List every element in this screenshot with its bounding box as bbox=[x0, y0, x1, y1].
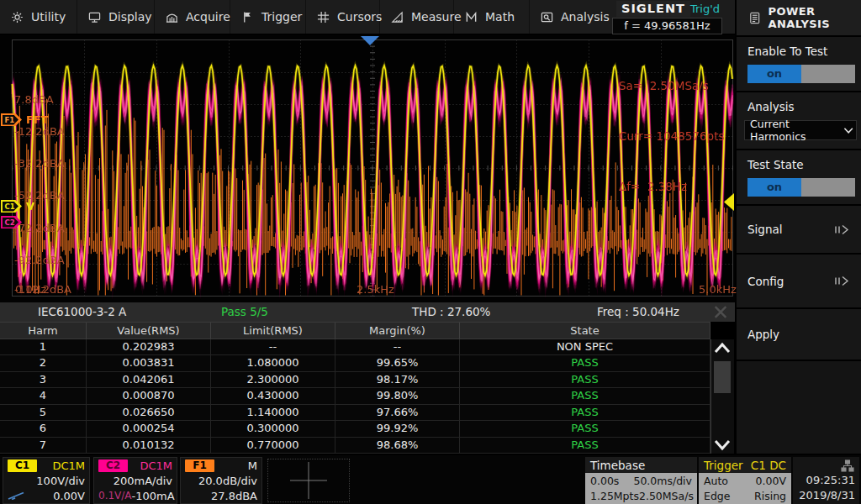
trigger-source: C1 DC bbox=[751, 459, 786, 472]
table-row[interactable]: 10.202983----NON SPEC bbox=[0, 339, 710, 355]
signal-menu-item[interactable]: Signal bbox=[737, 206, 861, 255]
timebase-delay: 0.00s bbox=[590, 475, 619, 487]
scrollbar-thumb[interactable] bbox=[714, 361, 731, 393]
table-row[interactable]: 70.0101320.77000098.68%PASS bbox=[0, 438, 710, 454]
col-header-value: Value(RMS) bbox=[87, 323, 211, 339]
timebase-descriptor[interactable]: Timebase 0.00s 50.0ms/div 1.25Mpts 2.50M… bbox=[585, 457, 697, 504]
harmonics-table: 10.202983----NON SPEC 20.0038311.0800009… bbox=[0, 339, 710, 454]
measure-icon bbox=[391, 11, 404, 24]
c1-badge: C1 bbox=[8, 459, 37, 472]
status-footer: C1 DC1M 100V/div 0.00V C2 DC1M 200mA/div… bbox=[0, 454, 861, 504]
points-readout: Curr= 1048576pts bbox=[619, 128, 724, 144]
power-analysis-icon bbox=[750, 11, 760, 25]
toggle-off-track bbox=[801, 65, 855, 83]
sample-rate-readout: Sa= 2.50MSa/s bbox=[619, 77, 724, 94]
config-menu-item[interactable]: Config bbox=[737, 255, 861, 309]
freq-readout: Freq : 50.04Hz bbox=[597, 305, 679, 318]
menu-item-display[interactable]: Display bbox=[77, 0, 155, 34]
test-state-label: Test State bbox=[737, 150, 861, 171]
menu-label: Analysis bbox=[561, 10, 610, 24]
c1-coupling: DC1M bbox=[52, 459, 85, 472]
scroll-down-icon[interactable] bbox=[714, 438, 731, 452]
f1-mode: M bbox=[248, 459, 257, 472]
c2-scale: 200mA/div bbox=[114, 475, 172, 487]
menu-item-cursors[interactable]: Cursors bbox=[306, 0, 380, 34]
menu-label: Utility bbox=[31, 10, 66, 24]
menu-item-trigger[interactable]: Trigger bbox=[230, 0, 306, 34]
enable-to-test-label: Enable To Test bbox=[737, 37, 861, 58]
table-row[interactable]: 20.0038311.08000099.65%PASS bbox=[0, 355, 710, 371]
frequency-counter: f = 49.96581Hz bbox=[612, 18, 722, 34]
math-f1-descriptor[interactable]: F1 M 20.0dB/div 27.8dBA bbox=[180, 457, 262, 504]
clock-panel[interactable]: 09:25:31 2019/8/31 bbox=[793, 457, 859, 504]
empty-channel-slot[interactable] bbox=[267, 459, 350, 502]
display-icon bbox=[88, 11, 101, 24]
col-header-margin: Margin(%) bbox=[335, 323, 460, 339]
menu-label: Acquire bbox=[186, 10, 230, 24]
scroll-up-icon[interactable] bbox=[714, 341, 731, 354]
power-analysis-panel: POWER ANALYSIS Enable To Test on Analysi… bbox=[735, 0, 861, 454]
delta-f-readout: Δf= 2.38Hz bbox=[619, 178, 724, 195]
menu-item-analysis[interactable]: Analysis bbox=[530, 0, 610, 34]
close-icon[interactable] bbox=[711, 303, 730, 321]
analysis-select[interactable]: Current Harmonics bbox=[744, 120, 857, 140]
system-date: 2019/8/31 bbox=[799, 489, 855, 501]
harmonics-table-header: Harm Value(RMS) Limit(RMS) Margin(%) Sta… bbox=[0, 322, 710, 339]
f1-offset: 27.8dBA bbox=[211, 490, 257, 502]
enable-to-test-toggle[interactable]: on bbox=[747, 65, 855, 83]
math-icon bbox=[465, 11, 478, 24]
section-enable-to-test: Enable To Test on bbox=[737, 37, 861, 92]
menu-item-math[interactable]: Math bbox=[454, 0, 530, 34]
test-results-bar: IEC61000-3-2 A Pass 5/5 THD : 27.60% Fre… bbox=[0, 302, 735, 322]
timebase-sample-rate: 2.50MSa/s bbox=[639, 490, 694, 502]
trigger-slope: Rising bbox=[754, 490, 786, 502]
toggle-on-state: on bbox=[747, 178, 801, 197]
f1-badge: F1 bbox=[185, 459, 214, 472]
table-row[interactable]: 60.0002540.30000099.92%PASS bbox=[0, 421, 710, 437]
table-row[interactable]: 50.0266501.14000097.66%PASS bbox=[0, 405, 710, 421]
menu-label: Trigger bbox=[261, 10, 302, 24]
channel1-descriptor[interactable]: C1 DC1M 100V/div 0.00V bbox=[3, 457, 90, 504]
system-time: 09:25:31 bbox=[806, 474, 855, 486]
menu-label: Cursors bbox=[337, 10, 382, 24]
menu-item-utility[interactable]: Utility bbox=[0, 0, 77, 34]
c2-badge: C2 bbox=[98, 459, 128, 472]
signal-label: Signal bbox=[747, 223, 782, 236]
standard-name: IEC61000-3-2 A bbox=[38, 305, 126, 318]
c1-offset: 0.00V bbox=[53, 490, 85, 502]
submenu-arrow-icon bbox=[833, 223, 850, 236]
c1-position-marker[interactable]: C1 bbox=[1, 200, 22, 213]
sidebar-empty-area bbox=[737, 361, 861, 454]
col-header-harm: Harm bbox=[0, 323, 87, 339]
cursors-icon bbox=[317, 11, 330, 24]
channel2-descriptor[interactable]: C2 DC1M 200mA/div 0.1V/A -100mA bbox=[93, 457, 177, 504]
f1-position-marker[interactable]: F1 bbox=[1, 113, 22, 126]
c2-offset: -100mA bbox=[132, 490, 175, 502]
timebase-scale: 50.0ms/div bbox=[633, 475, 692, 487]
table-row[interactable]: 40.0008700.43000099.80%PASS bbox=[0, 388, 710, 404]
submenu-arrow-icon bbox=[833, 275, 850, 287]
test-state-toggle[interactable]: on bbox=[747, 178, 855, 197]
menu-item-measure[interactable]: Measure bbox=[380, 0, 454, 34]
trigger-status: Trig'd bbox=[690, 3, 720, 15]
table-row[interactable]: 30.0420612.30000098.17%PASS bbox=[0, 372, 710, 388]
menu-item-acquire[interactable]: Acquire bbox=[155, 0, 230, 34]
network-icon bbox=[841, 459, 854, 472]
analysis-label: Analysis bbox=[737, 92, 861, 113]
trigger-label: Trigger bbox=[704, 459, 743, 472]
trigger-descriptor[interactable]: Trigger C1 DC Auto 0.00V Edge Rising bbox=[699, 457, 791, 504]
acquire-icon bbox=[166, 11, 178, 24]
c2-position-marker[interactable]: C2 bbox=[1, 216, 22, 228]
toggle-off-track bbox=[801, 178, 855, 197]
apply-label: Apply bbox=[747, 328, 779, 341]
acquisition-info: Sa= 2.50MSa/s Curr= 1048576pts Δf= 2.38H… bbox=[619, 44, 724, 228]
thd-readout: THD : 27.60% bbox=[412, 305, 490, 318]
crosshair-icon bbox=[268, 459, 349, 501]
fft-trace-label: FFT bbox=[26, 113, 49, 126]
menu-label: Math bbox=[485, 10, 515, 24]
menu-label: Display bbox=[108, 10, 152, 24]
table-scrollbar[interactable] bbox=[710, 339, 734, 454]
apply-button[interactable]: Apply bbox=[737, 309, 861, 361]
trigger-mode: Auto bbox=[704, 475, 728, 487]
col-header-limit: Limit(RMS) bbox=[211, 323, 335, 339]
